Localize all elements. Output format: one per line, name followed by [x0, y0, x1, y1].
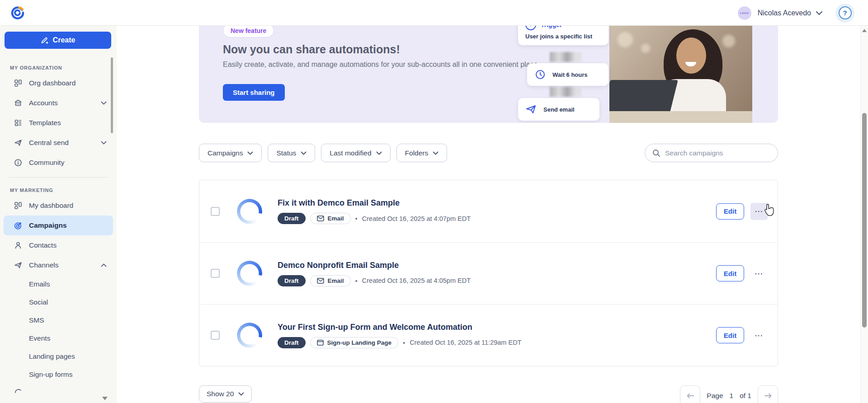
filter-label: Last modified	[330, 149, 371, 157]
sidebar-item-events[interactable]: Events	[4, 329, 113, 347]
clock-icon	[533, 68, 547, 81]
automation-flow-preview: Trigger User joins a specific list Wait …	[497, 26, 610, 123]
more-actions-button[interactable]: ⋯	[750, 265, 768, 282]
arrow-left-icon	[686, 393, 694, 399]
filter-folders[interactable]: Folders	[396, 144, 448, 162]
arrow-right-icon	[764, 393, 772, 399]
sidebar-item-emails[interactable]: Emails	[4, 275, 113, 293]
sidebar-item-campaigns[interactable]: Campaigns	[4, 216, 113, 235]
envelope-icon	[317, 278, 324, 284]
campaign-list: Fix it with Demco Email Sample Draft Ema…	[199, 180, 778, 366]
sidebar-scroll-down-arrow[interactable]	[102, 397, 108, 400]
section-my-marketing: MY MARKETING	[0, 182, 117, 196]
filter-campaigns[interactable]: Campaigns	[199, 144, 262, 162]
loading-spinner-icon	[237, 323, 262, 348]
sidebar-item-contacts[interactable]: Contacts	[4, 235, 113, 255]
sidebar-item-landing-pages[interactable]: Landing pages	[4, 347, 113, 366]
trigger-icon	[525, 26, 536, 30]
filter-label: Status	[276, 149, 296, 157]
user-name: Nicolas Acevedo	[758, 9, 811, 17]
window-scrollbar[interactable]	[860, 26, 868, 403]
page-number: 1	[730, 392, 734, 400]
target-icon	[14, 221, 23, 230]
sidebar-item-community[interactable]: Community	[4, 153, 113, 173]
constant-contact-logo[interactable]	[10, 5, 25, 20]
flow-card-wait: Wait 6 hours	[527, 63, 609, 86]
created-timestamp: Created Oct 16, 2025 at 4:05pm EDT	[362, 277, 471, 284]
loading-spinner-icon	[237, 261, 262, 286]
sidebar-item-channels[interactable]: Channels	[4, 255, 113, 275]
chevron-down-icon	[238, 392, 244, 396]
help-button[interactable]: ?	[835, 4, 854, 23]
sidebar-item-social[interactable]: Social	[4, 293, 113, 311]
campaign-title[interactable]: Demco Nonprofit Email Sample	[278, 261, 716, 270]
list-footer: Show 20 Page 1 of 1	[199, 385, 778, 403]
sidebar-item-templates[interactable]: Templates	[4, 113, 113, 133]
page-label: Page	[707, 392, 723, 400]
info-icon	[14, 158, 23, 167]
chevron-down-icon	[101, 101, 107, 105]
scroll-up-arrow[interactable]	[862, 29, 867, 32]
top-header: LOGO Nicolas Acevedo ?	[0, 0, 868, 26]
sidebar-item-label: My dashboard	[29, 202, 107, 210]
filter-status[interactable]: Status	[268, 144, 315, 162]
next-page-button[interactable]	[758, 385, 778, 403]
campaign-title[interactable]: Fix it with Demco Email Sample	[278, 198, 716, 208]
type-badge: Sign-up Landing Page	[310, 337, 399, 348]
sidebar-item-my-dashboard[interactable]: My dashboard	[4, 196, 113, 216]
edit-button[interactable]: Edit	[716, 203, 744, 220]
chevron-down-icon[interactable]	[816, 11, 823, 15]
main-content: New feature Now you can share automation…	[117, 26, 860, 403]
chevron-up-icon	[101, 263, 107, 267]
edit-button[interactable]: Edit	[716, 265, 744, 281]
partial-icon	[14, 385, 23, 394]
more-actions-button[interactable]: ⋯	[750, 203, 768, 220]
sidebar-item-org-dashboard[interactable]: Org dashboard	[4, 73, 113, 93]
status-badge: Draft	[278, 337, 306, 348]
chevron-down-icon	[101, 141, 107, 145]
search-icon	[652, 149, 660, 157]
sidebar-item-label: Org dashboard	[29, 79, 107, 87]
previous-page-button[interactable]	[680, 385, 700, 403]
flow-card-send-email: Send email	[518, 98, 599, 121]
dashboard-icon	[14, 201, 23, 210]
sidebar-item-accounts[interactable]: Accounts	[4, 93, 113, 113]
type-label: Sign-up Landing Page	[327, 339, 392, 346]
campaign-title[interactable]: Your First Sign-up Form and Welcome Auto…	[278, 323, 716, 332]
bank-icon	[14, 98, 23, 108]
filters-row: Campaigns Status Last modified Folders	[199, 144, 778, 162]
type-badge: Email	[310, 275, 351, 286]
search-input[interactable]	[665, 149, 770, 157]
flow-card-title: Wait 6 hours	[552, 71, 588, 78]
start-sharing-button[interactable]: Start sharing	[223, 84, 285, 101]
sidebar: Create MY ORGANIZATION Org dashboard Acc…	[0, 26, 117, 403]
sidebar-item-label: Contacts	[29, 241, 107, 249]
pagination: Page 1 of 1	[680, 385, 778, 403]
meta-separator: •	[403, 339, 405, 347]
scrollbar-thumb[interactable]	[862, 113, 867, 328]
landing-page-icon	[317, 340, 324, 346]
filter-last-modified[interactable]: Last modified	[321, 144, 390, 162]
row-checkbox[interactable]	[211, 207, 220, 216]
send-icon	[14, 138, 23, 147]
sidebar-item-sms[interactable]: SMS	[4, 311, 113, 329]
page-of-label: of 1	[740, 392, 751, 400]
meta-separator: •	[355, 215, 358, 222]
create-button[interactable]: Create	[5, 32, 111, 49]
pencil-plus-icon	[41, 36, 49, 44]
sidebar-item-signup-forms[interactable]: Sign-up forms	[4, 366, 113, 384]
sidebar-scrollbar-thumb[interactable]	[111, 57, 113, 133]
show-count-dropdown[interactable]: Show 20	[199, 385, 252, 403]
row-checkbox[interactable]	[211, 331, 220, 340]
flow-card-title: Trigger	[541, 26, 562, 28]
section-my-organization: MY ORGANIZATION	[0, 60, 117, 73]
sidebar-item-partial[interactable]	[4, 385, 113, 394]
flow-card-subtitle: User joins a specific list	[525, 33, 592, 40]
chevron-down-icon	[247, 151, 253, 155]
sidebar-item-central-send[interactable]: Central send	[4, 133, 113, 153]
meta-separator: •	[355, 277, 358, 285]
row-checkbox[interactable]	[211, 269, 220, 278]
avatar[interactable]: LOGO	[738, 6, 751, 20]
edit-button[interactable]: Edit	[716, 327, 744, 343]
more-actions-button[interactable]: ⋯	[750, 327, 768, 344]
